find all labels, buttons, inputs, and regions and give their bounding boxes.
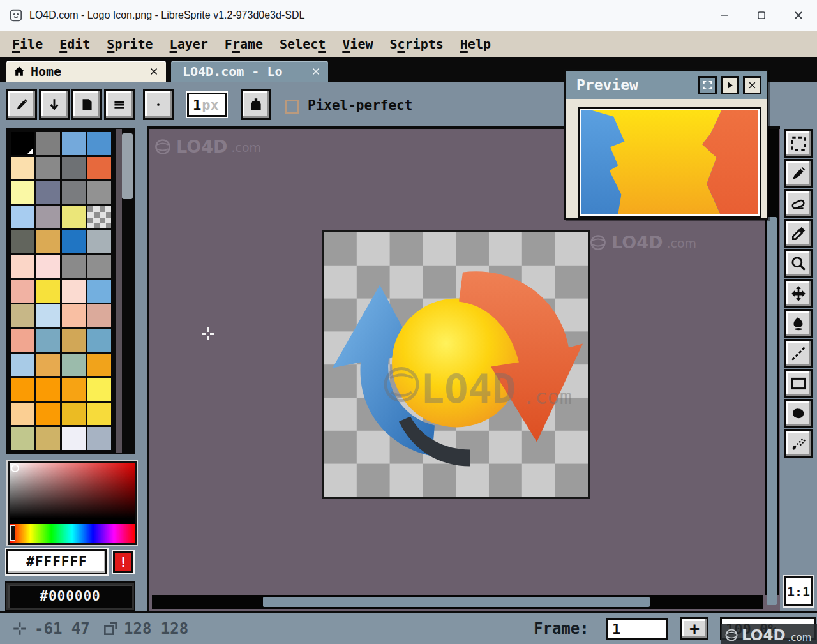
tab-document-close-icon[interactable] (310, 66, 322, 77)
palette-swatch[interactable] (62, 181, 86, 204)
palette-swatch[interactable] (62, 230, 86, 253)
saturation-value-area[interactable] (10, 463, 135, 521)
palette-swatch[interactable] (11, 304, 34, 327)
menu-scripts[interactable]: Scripts (381, 36, 451, 52)
palette-swatch[interactable] (87, 181, 111, 204)
palette-swatch[interactable] (36, 255, 60, 278)
menu-view[interactable]: View (334, 36, 381, 52)
tool-spray[interactable] (784, 429, 813, 458)
filled-square-button[interactable] (71, 89, 102, 120)
menu-frame[interactable]: Frame (216, 36, 271, 52)
palette-swatch[interactable] (87, 329, 111, 352)
palette-swatch[interactable] (11, 132, 34, 155)
zoom-reset-button[interactable]: 1:1 (784, 576, 813, 606)
palette-swatch[interactable] (87, 427, 111, 450)
hue-cursor[interactable] (10, 525, 15, 541)
close-button[interactable] (780, 0, 817, 31)
horizontal-scrollbar-thumb[interactable] (263, 597, 650, 607)
menu-file[interactable]: File (4, 36, 51, 52)
tool-paint-bucket[interactable] (784, 309, 813, 338)
palette-swatch[interactable] (11, 181, 34, 204)
palette-swatch[interactable] (36, 354, 60, 377)
palette-swatch[interactable] (62, 132, 86, 155)
hue-slider[interactable] (10, 524, 135, 543)
frame-input[interactable]: 1 (606, 618, 668, 640)
palette-swatch[interactable] (87, 304, 111, 327)
palette-swatch[interactable] (36, 427, 60, 450)
palette-swatch[interactable] (11, 280, 34, 303)
palette-swatch[interactable] (11, 403, 34, 426)
tab-home[interactable]: Home (5, 59, 167, 82)
palette-swatch[interactable] (87, 255, 111, 278)
palette-swatch[interactable] (62, 157, 86, 180)
palette-swatch[interactable] (62, 280, 86, 303)
palette-swatch[interactable] (11, 427, 34, 450)
vertical-scrollbar-thumb[interactable] (767, 217, 777, 605)
palette-swatch[interactable] (11, 157, 34, 180)
menu-edit[interactable]: Edit (51, 36, 98, 52)
foreground-color-field[interactable]: #FFFFFF (6, 549, 107, 574)
tool-pencil[interactable] (784, 159, 813, 188)
palette-swatch[interactable] (62, 206, 86, 229)
ink-button[interactable] (241, 89, 271, 120)
menu-layer[interactable]: Layer (161, 36, 216, 52)
tab-home-close-icon[interactable] (148, 66, 160, 77)
palette-scrollbar-thumb[interactable] (122, 133, 133, 199)
palette-swatch[interactable] (11, 255, 34, 278)
palette-swatch[interactable] (36, 157, 60, 180)
palette-swatch[interactable] (62, 304, 86, 327)
sprite-canvas[interactable]: LO4D .com (322, 230, 590, 499)
menu-select[interactable]: Select (271, 36, 334, 52)
maximize-button[interactable] (743, 0, 780, 31)
palette-swatch[interactable] (36, 132, 60, 155)
lines-button[interactable] (104, 89, 135, 120)
palette-swatch[interactable] (36, 403, 60, 426)
tab-document[interactable]: LO4D.com - Lo (170, 59, 329, 82)
menu-sprite[interactable]: Sprite (98, 36, 161, 52)
palette-swatch[interactable] (62, 329, 86, 352)
palette-swatch[interactable] (36, 230, 60, 253)
palette-swatch[interactable] (62, 354, 86, 377)
brush-size-dot-button[interactable] (143, 89, 174, 120)
palette-swatch[interactable] (87, 403, 111, 426)
minimize-button[interactable] (706, 0, 743, 31)
pixel-perfect-checkbox[interactable] (285, 100, 299, 114)
palette-scrollbar-track[interactable] (116, 129, 122, 453)
brush-button[interactable] (6, 89, 37, 120)
tool-move[interactable] (784, 279, 813, 308)
palette-swatch[interactable] (87, 230, 111, 253)
tool-eraser[interactable] (784, 189, 813, 218)
horizontal-scrollbar[interactable] (152, 595, 763, 609)
palette-swatch[interactable] (87, 206, 111, 229)
palette-swatch[interactable] (36, 206, 60, 229)
tool-zoom[interactable] (784, 249, 813, 278)
preview-play-button[interactable] (721, 76, 739, 94)
palette-swatch[interactable] (11, 230, 34, 253)
palette-swatch[interactable] (36, 329, 60, 352)
palette-swatch[interactable] (87, 354, 111, 377)
tool-eyedropper[interactable] (784, 219, 813, 248)
palette-swatch[interactable] (87, 280, 111, 303)
palette-swatch[interactable] (87, 132, 111, 155)
color-picker-gradient[interactable] (8, 461, 137, 545)
palette-swatch[interactable] (36, 181, 60, 204)
brush-size-input[interactable]: 1px (187, 93, 227, 117)
palette-swatch[interactable] (62, 378, 86, 401)
preview-titlebar[interactable]: Preview (566, 71, 767, 99)
palette-swatch[interactable] (11, 206, 34, 229)
add-frame-button[interactable]: + (680, 617, 708, 640)
palette-swatch[interactable] (62, 427, 86, 450)
color-warning-button[interactable]: ! (113, 551, 133, 573)
sv-cursor[interactable] (11, 464, 19, 472)
palette-swatch[interactable] (36, 304, 60, 327)
palette-swatch[interactable] (11, 329, 34, 352)
tool-contour[interactable] (784, 399, 813, 428)
palette-swatch[interactable] (36, 280, 60, 303)
palette-swatch[interactable] (11, 354, 34, 377)
palette-swatch[interactable] (11, 378, 34, 401)
palette-swatch[interactable] (36, 378, 60, 401)
preview-close-button[interactable] (743, 76, 761, 94)
menu-help[interactable]: Help (452, 36, 499, 52)
tool-rectangular-marquee[interactable] (784, 129, 813, 158)
palette-swatch[interactable] (62, 403, 86, 426)
